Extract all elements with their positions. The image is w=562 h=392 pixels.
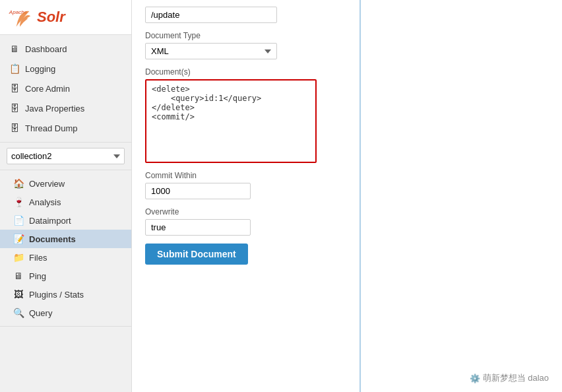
sidebar-item-label-overview: Overview — [29, 179, 65, 189]
documents-label: Document(s) — [145, 67, 346, 77]
query-icon: 🔍 — [13, 308, 24, 318]
sidebar-item-core-admin[interactable]: 🗄 Core Admin — [0, 79, 131, 98]
sidebar-item-label-dataimport: Dataimport — [29, 216, 71, 226]
document-type-select[interactable]: XML JSON CSV — [145, 43, 277, 59]
sidebar-item-label-query: Query — [29, 308, 52, 318]
apache-logo-icon: Apache — [8, 5, 32, 29]
commit-within-label: Commit Within — [145, 171, 346, 180]
analysis-icon: 🍷 — [13, 197, 24, 207]
sidebar-item-label-dashboard: Dashboard — [25, 44, 67, 54]
plugins-stats-icon: 🖼 — [13, 289, 24, 300]
sidebar-item-files[interactable]: 📁 Files — [0, 248, 131, 267]
dataimport-icon: 📄 — [13, 215, 24, 226]
java-properties-icon: 🗄 — [9, 103, 20, 114]
logging-icon: 📋 — [9, 63, 20, 74]
request-handler-row — [145, 7, 346, 23]
sidebar-item-dashboard[interactable]: 🖥 Dashboard — [0, 39, 131, 59]
watermark-emoji: ⚙️ — [470, 374, 480, 383]
documents-row: Document(s) <delete> <query>id:1</query>… — [145, 67, 346, 163]
documents-icon: 📝 — [13, 234, 24, 244]
sidebar-item-label-plugins-stats: Plugins / Stats — [29, 290, 84, 300]
request-handler-input[interactable] — [145, 7, 277, 23]
documents-textarea[interactable]: <delete> <query>id:1</query> </delete> <… — [146, 81, 315, 160]
sidebar-item-overview[interactable]: 🏠 Overview — [0, 174, 131, 193]
sidebar-item-dataimport[interactable]: 📄 Dataimport — [0, 211, 131, 230]
sidebar-item-label-java-properties: Java Properties — [25, 104, 84, 114]
sidebar-item-analysis[interactable]: 🍷 Analysis — [0, 193, 131, 211]
top-nav: 🖥 Dashboard 📋 Logging 🗄 Core Admin 🗄 Jav… — [0, 35, 131, 143]
sidebar-item-thread-dump[interactable]: 🗄 Thread Dump — [0, 118, 131, 138]
overview-icon: 🏠 — [13, 178, 24, 189]
collection-select-input[interactable]: collection2 collection1 — [7, 148, 125, 164]
dashboard-icon: 🖥 — [9, 44, 20, 54]
core-admin-icon: 🗄 — [9, 83, 20, 94]
submit-row: Submit Document — [145, 244, 346, 265]
sidebar-item-documents[interactable]: 📝 Documents — [0, 230, 131, 248]
thread-dump-icon: 🗄 — [9, 123, 20, 133]
sidebar-item-label-ping: Ping — [29, 271, 46, 281]
commit-within-row: Commit Within — [145, 171, 346, 199]
sidebar-item-plugins-stats[interactable]: 🖼 Plugins / Stats — [0, 285, 131, 304]
watermark: ⚙️ 萌新梦想当 dalao — [470, 372, 549, 384]
collection-selector: collection2 collection1 — [0, 143, 131, 170]
solr-brand-text: Solr — [37, 9, 65, 26]
document-textarea-wrapper: <delete> <query>id:1</query> </delete> <… — [145, 79, 317, 163]
form-panel: Document Type XML JSON CSV Document(s) <… — [132, 0, 361, 392]
sidebar-item-label-analysis: Analysis — [29, 197, 61, 207]
sub-nav: 🏠 Overview 🍷 Analysis 📄 Dataimport 📝 Doc… — [0, 170, 131, 327]
sidebar-item-label-documents: Documents — [29, 234, 76, 244]
ping-icon: 🖥 — [13, 271, 24, 281]
files-icon: 📁 — [13, 252, 24, 263]
logo-area: Apache Solr — [0, 0, 131, 35]
document-type-row: Document Type XML JSON CSV — [145, 31, 346, 59]
sidebar-item-label-files: Files — [29, 253, 47, 263]
sidebar-item-label-core-admin: Core Admin — [25, 84, 70, 94]
sidebar-item-label-thread-dump: Thread Dump — [25, 123, 77, 133]
sidebar-item-java-properties[interactable]: 🗄 Java Properties — [0, 98, 131, 118]
main-content-area: Document Type XML JSON CSV Document(s) <… — [132, 0, 562, 392]
submit-document-button[interactable]: Submit Document — [145, 244, 248, 265]
sidebar-item-query[interactable]: 🔍 Query — [0, 304, 131, 322]
commit-within-input[interactable] — [145, 183, 251, 199]
sidebar-item-label-logging: Logging — [25, 64, 55, 74]
sidebar-item-ping[interactable]: 🖥 Ping — [0, 267, 131, 285]
right-spacer — [361, 0, 562, 392]
sidebar-item-logging[interactable]: 📋 Logging — [0, 59, 131, 79]
overwrite-input[interactable] — [145, 219, 251, 236]
watermark-text: 萌新梦想当 dalao — [483, 372, 549, 384]
overwrite-label: Overwrite — [145, 207, 346, 216]
document-type-label: Document Type — [145, 31, 346, 40]
overwrite-row: Overwrite — [145, 207, 346, 236]
